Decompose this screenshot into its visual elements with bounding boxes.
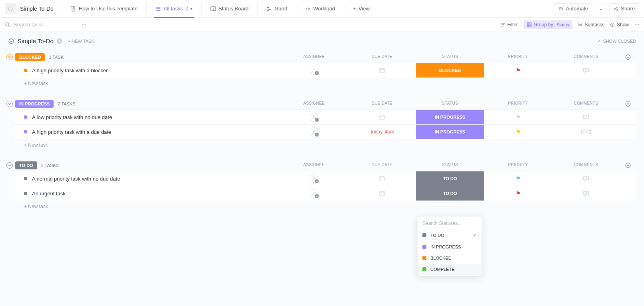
group-collapse-icon[interactable] — [6, 101, 13, 107]
subtasks-label: Subtasks — [585, 22, 604, 28]
search-more-icon[interactable]: ⋯ — [82, 22, 86, 28]
share-button[interactable]: Share — [609, 3, 639, 14]
status-search-input[interactable] — [422, 221, 482, 226]
task-status-dot[interactable] — [24, 115, 27, 119]
show-closed-button[interactable]: ✓ SHOW CLOSED — [598, 38, 636, 44]
assignee-add-button[interactable]: + — [310, 189, 318, 198]
list-title[interactable]: Simple To-Do — [18, 6, 58, 12]
task-title[interactable]: A normal priority task with no due date — [32, 176, 280, 182]
task-title[interactable]: An urgent task — [32, 191, 280, 197]
info-icon[interactable]: i — [57, 38, 62, 44]
tab-status-board[interactable]: Status Board — [206, 0, 253, 18]
new-task-header-button[interactable]: + NEW TASK — [68, 39, 94, 44]
col-assignee[interactable]: ASSIGNEE — [280, 163, 348, 168]
column-headers: ASSIGNEE DUE DATE STATUS PRIORITY COMMEN… — [280, 163, 636, 168]
new-task-button[interactable]: + New task — [15, 201, 636, 209]
status-option[interactable]: COMPLETE — [418, 264, 482, 275]
comments-icon[interactable] — [583, 114, 589, 120]
subtasks-button[interactable]: Subtasks — [578, 22, 604, 28]
calendar-icon[interactable] — [379, 114, 385, 120]
list-view-icon — [156, 6, 161, 12]
add-column-button[interactable] — [620, 163, 636, 168]
search-input[interactable] — [14, 22, 70, 28]
task-title[interactable]: A high priority task with a blocker — [32, 68, 280, 74]
status-option[interactable]: IN PROGRESS — [418, 241, 482, 252]
status-cell[interactable]: IN PROGRESS — [416, 110, 484, 124]
task-status-dot[interactable] — [24, 69, 27, 72]
task-status-dot[interactable] — [24, 192, 27, 195]
col-priority[interactable]: PRIORITY — [484, 163, 552, 168]
group-status-pill[interactable]: BLOCKED — [15, 53, 45, 61]
automate-dropdown[interactable]: ⌄ — [596, 4, 606, 13]
col-comments[interactable]: COMMENTS — [552, 101, 620, 107]
add-column-button[interactable] — [620, 54, 636, 60]
priority-flag-icon[interactable]: ⚑ — [516, 129, 521, 135]
assignee-add-button[interactable]: + — [310, 127, 318, 136]
col-due[interactable]: DUE DATE — [348, 163, 416, 168]
status-option[interactable]: TO DO ✓ — [418, 229, 482, 241]
task-title[interactable]: A high priority task with a due date — [32, 129, 280, 135]
task-status-dot[interactable] — [24, 177, 27, 180]
col-comments[interactable]: COMMENTS — [552, 163, 620, 168]
add-view-button[interactable]: + View — [348, 0, 375, 18]
calendar-icon[interactable] — [379, 190, 385, 197]
tab-gantt[interactable]: Gantt — [262, 0, 292, 18]
status-option[interactable]: BLOCKED — [418, 252, 482, 264]
priority-flag-icon[interactable]: ⚑ — [516, 114, 521, 120]
col-status[interactable]: STATUS — [416, 54, 484, 60]
tab-how-to[interactable]: How to Use this Template — [66, 0, 142, 18]
priority-flag-icon[interactable]: ⚑ — [516, 67, 521, 74]
priority-flag-icon[interactable]: ⚑ — [516, 190, 521, 197]
task-status-dot[interactable] — [24, 130, 27, 133]
status-cell[interactable]: TO DO — [416, 186, 484, 201]
comments-icon[interactable] — [583, 190, 589, 197]
task-row[interactable]: A high priority task with a blocker + BL… — [15, 63, 636, 77]
automate-button[interactable]: Automate — [554, 3, 593, 14]
status-cell[interactable]: IN PROGRESS — [416, 125, 484, 139]
list-icon[interactable] — [5, 3, 16, 14]
col-priority[interactable]: PRIORITY — [484, 54, 552, 60]
col-due[interactable]: DUE DATE — [348, 101, 416, 107]
tab-all-tasks[interactable]: All tasks 2 ▾ — [151, 0, 197, 18]
filter-button[interactable]: Filter — [500, 22, 518, 28]
calendar-icon[interactable] — [379, 67, 385, 74]
status-cell[interactable]: TO DO — [416, 171, 484, 186]
col-priority[interactable]: PRIORITY — [484, 101, 552, 107]
due-date-value[interactable]: Today, 4am — [370, 129, 394, 135]
comments-icon[interactable] — [583, 67, 589, 74]
task-row[interactable]: A low priority task with no due date + I… — [15, 109, 636, 124]
new-task-button[interactable]: + New task — [15, 139, 636, 148]
tab-workload[interactable]: Workload — [300, 0, 340, 18]
priority-flag-icon[interactable]: ⚑ — [516, 175, 521, 182]
new-task-button[interactable]: + New task — [15, 77, 636, 86]
status-cell[interactable]: BLOCKED — [416, 63, 484, 77]
col-assignee[interactable]: ASSIGNEE — [280, 101, 348, 107]
group-status-pill[interactable]: IN PROGRESS — [15, 100, 54, 108]
col-status[interactable]: STATUS — [416, 101, 484, 107]
task-row[interactable]: A high priority task with a due date + T… — [15, 124, 636, 139]
comments-count[interactable]: 1 — [581, 129, 592, 135]
tab-gantt-label: Gantt — [274, 6, 287, 12]
task-row[interactable]: An urgent task + TO DO ⚑ — [15, 186, 636, 201]
col-assignee[interactable]: ASSIGNEE — [280, 54, 348, 60]
show-button[interactable]: Show — [610, 22, 629, 28]
group-by-button[interactable]: Group by: Status — [524, 20, 572, 29]
toolbar-more-icon[interactable]: ⋯ — [634, 22, 639, 28]
task-title[interactable]: A low priority task with no due date — [32, 114, 280, 120]
col-due[interactable]: DUE DATE — [348, 54, 416, 60]
comments-icon[interactable] — [583, 175, 589, 182]
group-collapse-icon[interactable] — [6, 162, 13, 169]
task-row[interactable]: A normal priority task with no due date … — [15, 171, 636, 186]
assignee-add-button[interactable]: + — [310, 66, 318, 75]
status-color-square — [422, 233, 426, 237]
group-status-pill[interactable]: TO DO — [15, 161, 37, 169]
group-collapse-icon[interactable] — [6, 54, 13, 60]
calendar-icon[interactable] — [379, 175, 385, 182]
add-column-button[interactable] — [620, 101, 636, 107]
assignee-add-button[interactable]: + — [310, 174, 318, 183]
assignee-add-button[interactable]: + — [310, 113, 318, 121]
col-comments[interactable]: COMMENTS — [552, 54, 620, 60]
col-status[interactable]: STATUS — [416, 163, 484, 168]
list-title[interactable]: Simple To-Do — [18, 38, 54, 44]
collapse-icon[interactable] — [8, 38, 14, 44]
